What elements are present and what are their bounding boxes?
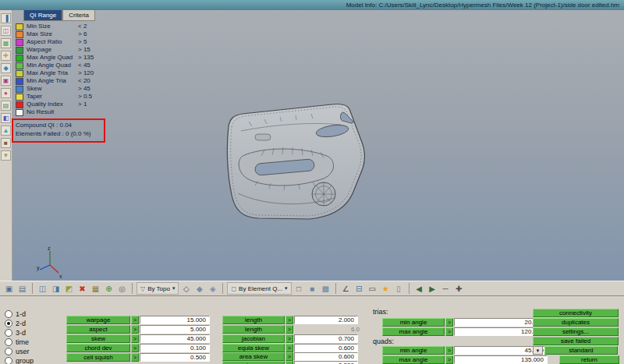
toggle-arrow[interactable]: >	[285, 325, 293, 334]
vertical-tool-icon[interactable]: ◫	[1, 26, 11, 36]
toggle-arrow[interactable]: >	[285, 361, 293, 364]
equia-skew-button[interactable]: equia skew	[222, 344, 285, 352]
legend-label: Min Size	[27, 23, 78, 30]
warpage-field[interactable]	[140, 316, 210, 324]
toggle-arrow[interactable]: >	[285, 352, 293, 361]
skew-button[interactable]: skew	[66, 334, 130, 343]
vertical-tool-icon[interactable]: ▼	[1, 150, 11, 161]
jacobian-field[interactable]	[294, 334, 358, 343]
expand-panel-icon[interactable]: ✚	[453, 283, 465, 295]
model-browser-icon[interactable]: ▤	[16, 283, 28, 295]
settings-button[interactable]: settings...	[533, 327, 619, 336]
shaded-elements-icon[interactable]: ■	[307, 283, 318, 295]
vertical-tool-icon[interactable]: ◆	[1, 63, 11, 73]
quads-max-angle-field[interactable]	[454, 355, 548, 364]
toggle-arrow[interactable]: >	[131, 316, 139, 324]
toggle-arrow[interactable]: >	[285, 344, 293, 352]
equia-skew-field[interactable]	[294, 344, 358, 352]
section-cut-icon[interactable]: ⊟	[353, 283, 365, 295]
transparent-geometry-icon[interactable]: ◈	[207, 283, 218, 295]
radio-user[interactable]: user	[5, 348, 30, 355]
vertical-tool-icon[interactable]: ▲	[1, 125, 11, 136]
toggle-arrow[interactable]: >	[445, 327, 453, 336]
toggle-arrow[interactable]: >	[445, 355, 453, 364]
standard-button[interactable]: standard	[544, 346, 618, 355]
vertical-tool-icon[interactable]: ▤	[1, 101, 11, 111]
display-options-icon[interactable]: ▭	[367, 283, 378, 295]
radio-group[interactable]: group	[5, 357, 34, 364]
toggle-arrow[interactable]: >	[285, 316, 293, 324]
aspect-button[interactable]: aspect	[66, 325, 130, 334]
taper-field[interactable]	[294, 361, 358, 364]
taper-button[interactable]: taper	[222, 361, 285, 364]
by-element-quality-dropdown[interactable]: ◻ By Element Q... ▾	[227, 282, 291, 295]
vertical-tool-icon[interactable]: ◧	[1, 113, 11, 123]
organize-icon[interactable]: ▦	[90, 283, 101, 295]
mask-icon[interactable]: ◫	[37, 283, 48, 295]
vertical-tool-icon[interactable]: ▦	[1, 38, 11, 48]
legend-value: > 45	[78, 85, 90, 93]
trias-min-angle-button[interactable]: min angle	[382, 318, 445, 327]
measure-icon[interactable]: ∠	[340, 283, 352, 295]
vertical-tool-icon[interactable]: ●	[1, 88, 11, 98]
unmask-icon[interactable]: ◨	[50, 283, 62, 295]
radio-1d[interactable]: 1-d	[5, 310, 26, 318]
toggle-arrow[interactable]: >	[131, 334, 139, 343]
cell-squish-button[interactable]: cell squish	[66, 353, 130, 362]
skew-field[interactable]	[140, 334, 210, 343]
delete-icon[interactable]: ✖	[76, 283, 88, 295]
notes-icon[interactable]: ▯	[393, 283, 405, 295]
toggle-arrow[interactable]: >	[131, 353, 139, 362]
vertical-tool-icon[interactable]: ▐	[1, 13, 11, 23]
quads-max-angle-button[interactable]: max angle	[382, 355, 445, 364]
length-max-button[interactable]: length	[222, 325, 285, 334]
chord-dev-button[interactable]: chord dev	[66, 344, 130, 352]
legend-label: Max Angle Quad	[27, 54, 78, 62]
find-icon[interactable]: ⊕	[103, 283, 115, 295]
area-skew-button[interactable]: area skew	[222, 352, 285, 361]
quads-min-angle-button[interactable]: min angle	[382, 346, 445, 355]
tab-qi-range[interactable]: QI Range	[23, 10, 62, 21]
wireframe-elements-icon[interactable]: □	[293, 283, 305, 295]
vertical-tool-icon[interactable]: ▣	[1, 76, 11, 86]
chord-dev-field[interactable]	[140, 344, 210, 352]
graphics-viewport[interactable]: Min Size< 2 Max Size> 6 Aspect Ratio> 5 …	[12, 10, 624, 281]
duplicates-button[interactable]: duplicates	[533, 318, 619, 327]
spherical-clip-icon[interactable]: ◎	[116, 283, 128, 295]
door-model[interactable]	[218, 100, 378, 232]
radio-2d[interactable]: 2-d	[5, 320, 26, 327]
jacobian-button[interactable]: jacobian	[222, 334, 285, 343]
toggle-arrow[interactable]: >	[285, 334, 293, 343]
toggle-arrow[interactable]: >	[131, 325, 139, 334]
tab-criteria[interactable]: Criteria	[62, 10, 95, 21]
next-page-icon[interactable]: ▶	[427, 283, 438, 295]
radio-3d[interactable]: 3-d	[5, 329, 26, 337]
by-topo-dropdown[interactable]: ▽ By Topo ▾	[136, 282, 179, 295]
toggle-arrow[interactable]: >	[445, 318, 453, 327]
connectivity-button[interactable]: connectivity	[533, 309, 619, 317]
collapse-panel-icon[interactable]: ─	[440, 283, 452, 295]
standard-views-icon[interactable]: ▣	[3, 283, 15, 295]
save-failed-button[interactable]: save failed	[533, 337, 619, 345]
toggle-arrow[interactable]: >	[445, 346, 453, 355]
wireframe-geometry-icon[interactable]: ◇	[180, 283, 192, 295]
standard-dropdown-arrow[interactable]: ▼	[533, 346, 543, 355]
length-min-button[interactable]: length	[222, 316, 285, 324]
trias-max-angle-button[interactable]: max angle	[382, 327, 445, 336]
mesh-lines-icon[interactable]: ▩	[320, 283, 332, 295]
toggle-arrow[interactable]: >	[131, 344, 139, 352]
cell-squish-field[interactable]	[140, 353, 210, 362]
vertical-tool-icon[interactable]: ■	[1, 138, 11, 148]
previous-page-icon[interactable]: ◀	[413, 283, 425, 295]
vertical-tool-icon[interactable]: ✚	[1, 51, 11, 61]
legend-label: Quality Index	[27, 101, 78, 108]
return-button[interactable]: return	[559, 355, 619, 364]
reverse-mask-icon[interactable]: ◩	[63, 283, 75, 295]
radio-time[interactable]: time	[5, 338, 29, 346]
favorites-icon[interactable]: ★	[380, 283, 392, 295]
aspect-field[interactable]	[140, 325, 210, 334]
length-min-field[interactable]	[294, 316, 358, 324]
warpage-button[interactable]: warpage	[66, 316, 130, 324]
shaded-geometry-icon[interactable]: ◆	[193, 283, 205, 295]
area-skew-field[interactable]	[294, 352, 358, 361]
